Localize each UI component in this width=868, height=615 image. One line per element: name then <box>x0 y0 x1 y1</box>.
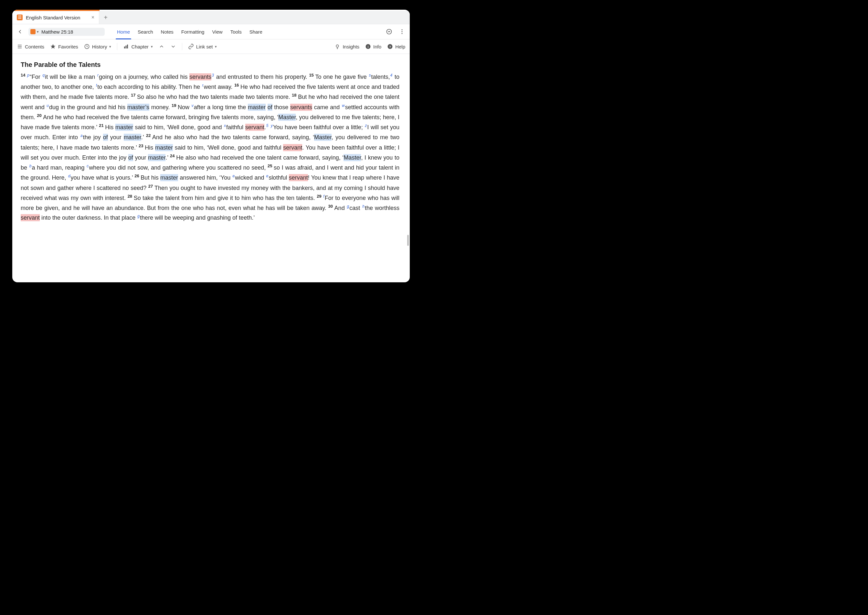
content-area[interactable]: The Parable of the Talents 14 p“For qit … <box>12 54 410 282</box>
footnote[interactable]: 5 <box>266 123 269 128</box>
menu-notes[interactable]: Notes <box>157 24 177 39</box>
verse-text: money. <box>149 104 172 111</box>
location-reference: Matthew 25:18 <box>41 29 73 34</box>
cross-ref-note[interactable]: b <box>30 164 32 168</box>
history-button[interactable]: History ▾ <box>84 44 111 49</box>
menu-formatting[interactable]: Formatting <box>177 24 208 39</box>
separator <box>117 43 117 50</box>
cross-ref-note[interactable]: r <box>97 73 99 78</box>
chevron-down-icon: ▾ <box>37 30 39 34</box>
insights-button[interactable]: Insights <box>335 44 359 49</box>
cross-ref-note[interactable]: y <box>271 123 273 128</box>
cross-ref-note[interactable]: w <box>342 103 345 108</box>
chapter-button[interactable]: Chapter ▾ <box>123 44 153 49</box>
linkset-button[interactable]: Link set ▾ <box>188 44 217 49</box>
info-label: Info <box>373 44 381 49</box>
menu-search[interactable]: Search <box>134 24 157 39</box>
verse-text <box>269 124 271 131</box>
prev-chapter-button[interactable] <box>159 44 164 49</box>
verse-number[interactable]: 19 <box>172 103 177 108</box>
section-heading: The Parable of the Talents <box>21 61 399 69</box>
cross-ref-note[interactable]: c <box>87 164 89 168</box>
verse-number[interactable]: 18 <box>292 93 297 98</box>
cross-ref-note[interactable]: h <box>362 204 364 209</box>
cross-ref-note[interactable]: q <box>43 73 45 78</box>
chapter-label: Chapter <box>131 44 149 49</box>
cross-ref-note[interactable]: f <box>323 194 324 199</box>
verse-number[interactable]: 30 <box>328 204 334 209</box>
verse-text: So also he who had the two talents made … <box>137 94 292 100</box>
cross-ref-note[interactable]: z <box>365 123 367 128</box>
highlight-blue: master <box>148 154 166 161</box>
highlight-blue: master <box>248 104 266 111</box>
verse-number[interactable]: 14 <box>21 73 26 78</box>
help-button[interactable]: ? Help <box>387 44 405 49</box>
verse-number[interactable]: 29 <box>317 194 322 199</box>
highlight-blue: master <box>155 144 173 151</box>
cross-ref-note[interactable]: s <box>369 73 371 78</box>
footnote[interactable]: 4 <box>390 73 393 78</box>
verse-text: said to him, ‘Well done, good and <box>133 124 224 131</box>
verse-number[interactable]: 21 <box>99 123 105 128</box>
menu-tools[interactable]: Tools <box>227 24 246 39</box>
kebab-menu-icon[interactable] <box>397 27 407 36</box>
cross-ref-note[interactable]: t <box>96 83 97 87</box>
verse-number[interactable]: 16 <box>234 83 240 87</box>
cross-ref-note[interactable]: r <box>202 83 203 87</box>
favorites-button[interactable]: Favorites <box>50 44 78 49</box>
contents-button[interactable]: Contents <box>17 44 44 49</box>
footnote[interactable]: 3 <box>212 73 214 78</box>
chevron-down-icon: ▾ <box>215 45 217 49</box>
cross-ref-note[interactable]: d <box>68 174 70 178</box>
verse-number[interactable]: 27 <box>149 184 154 189</box>
cross-ref-note[interactable]: v <box>192 103 194 108</box>
verse-number[interactable]: 28 <box>128 194 133 199</box>
highlight-blue: Master <box>314 134 332 141</box>
svg-rect-9 <box>124 47 125 48</box>
menu-bar: Home Search Notes Formatting View Tools … <box>113 24 266 39</box>
info-button[interactable]: i Info <box>365 44 381 49</box>
cross-ref-note[interactable]: u <box>47 103 49 108</box>
highlight-pink: servants <box>290 104 312 111</box>
verse-number[interactable]: 23 <box>139 144 144 148</box>
verse-text: the worthless <box>365 205 399 211</box>
chevron-down-icon: ▾ <box>151 45 153 49</box>
verse-number[interactable]: 20 <box>37 113 42 118</box>
verse-number[interactable]: 17 <box>131 93 136 98</box>
collapse-panel-button[interactable] <box>385 27 394 36</box>
close-icon[interactable]: × <box>91 14 94 20</box>
verse-text: To one he gave five <box>315 73 368 80</box>
verse-text: But his <box>141 175 160 181</box>
insights-label: Insights <box>343 44 359 49</box>
verse-number[interactable]: 24 <box>170 153 175 158</box>
verse-number[interactable]: 22 <box>146 133 152 138</box>
menu-share[interactable]: Share <box>246 24 266 39</box>
location-box[interactable]: ▾ Matthew 25:18 <box>28 28 105 36</box>
cross-ref-note[interactable]: x <box>224 123 226 128</box>
cross-ref-note[interactable]: p <box>27 73 30 78</box>
verse-number[interactable]: 15 <box>309 73 314 78</box>
cross-ref-note[interactable]: e <box>232 174 235 178</box>
svg-text:i: i <box>368 45 369 48</box>
new-tab-button[interactable]: + <box>99 11 112 24</box>
contents-label: Contents <box>25 44 44 49</box>
verse-text: a hard man, reaping <box>32 164 86 171</box>
scrollbar-thumb[interactable] <box>407 235 409 246</box>
back-button[interactable] <box>16 27 25 36</box>
highlight-blue: of <box>267 104 272 111</box>
cross-ref-note[interactable]: e <box>266 174 269 178</box>
verse-text: going on a journey, who called his <box>99 73 189 80</box>
verse-number[interactable]: 25 <box>267 164 273 168</box>
cross-ref-note[interactable]: g <box>137 214 139 219</box>
verse-number[interactable]: 26 <box>135 173 140 178</box>
tab-esv[interactable]: English Standard Version × <box>12 11 99 24</box>
cross-ref-note[interactable]: g <box>347 204 349 209</box>
cross-ref-note[interactable]: a <box>80 133 83 138</box>
verse-text: And <box>335 205 347 211</box>
next-chapter-button[interactable] <box>170 44 176 49</box>
menu-home[interactable]: Home <box>113 24 134 39</box>
menu-view[interactable]: View <box>208 24 226 39</box>
verse-text: went away. <box>203 84 234 90</box>
tab-title: English Standard Version <box>26 15 88 20</box>
highlight-blue: Master <box>344 154 361 161</box>
